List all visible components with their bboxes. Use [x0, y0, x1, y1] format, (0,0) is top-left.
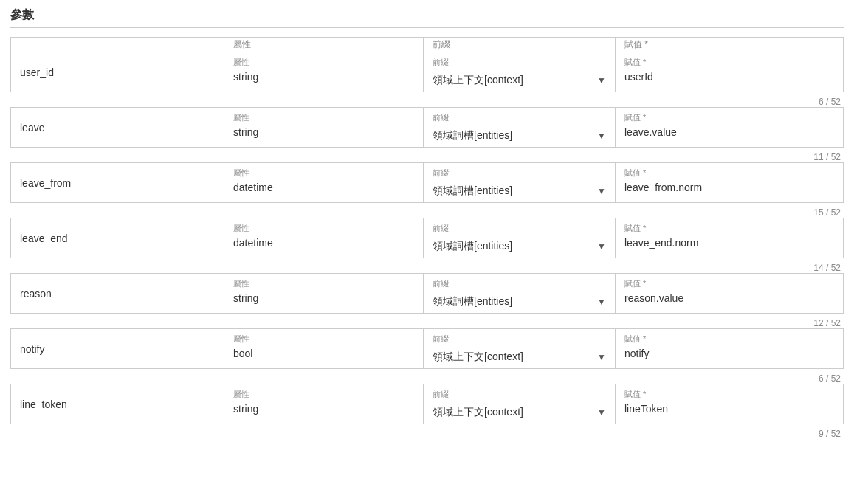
param-name-line_token: line_token	[10, 384, 224, 424]
header-prefix: 前綴	[424, 37, 616, 52]
section-title: 參數	[10, 7, 844, 28]
assign-value-line_token: lineToken	[624, 403, 834, 415]
param-name-leave_from: leave_from	[10, 162, 224, 203]
assign-label-user_id: 賦值 *	[624, 57, 834, 68]
assign-label-reason: 賦值 *	[624, 278, 834, 289]
assign-label-leave: 賦值 *	[624, 112, 834, 123]
counter-line_token: 6 / 52	[616, 373, 844, 384]
prefix-cell-user_id[interactable]: 前綴 領域上下文[context] ▼	[424, 52, 616, 92]
prefix-cell-line_token[interactable]: 前綴 領域上下文[context] ▼	[424, 384, 616, 424]
name-value: reason	[20, 288, 52, 300]
param-name-leave: leave	[10, 107, 224, 148]
assign-cell-leave_end: 賦值 * leave_end.norm	[616, 218, 844, 258]
prefix-dropdown-user_id[interactable]: 領域上下文[context] ▼	[433, 74, 606, 87]
prefix-value-notify: 領域上下文[context]	[433, 351, 523, 364]
prefix-dropdown-leave_from[interactable]: 領域詞槽[entities] ▼	[433, 184, 606, 198]
prefix-dropdown-reason[interactable]: 領域詞槽[entities] ▼	[433, 295, 606, 308]
prefix-label: 前綴	[433, 38, 450, 51]
page-container: 參數 屬性 前綴 賦值 * user_id 屬性 string 前綴 領域上下	[0, 0, 854, 504]
param-name-notify: notify	[10, 328, 224, 369]
assign-value-notify: notify	[624, 348, 834, 359]
name-value: leave_from	[20, 177, 71, 189]
assign-cell-reason: 賦值 * reason.value	[616, 273, 844, 314]
header-attr: 屬性	[224, 37, 424, 52]
header-assign: 賦值 *	[616, 37, 844, 52]
row-user_id: user_id 屬性 string 前綴 領域上下文[context] ▼ 賦值…	[10, 52, 844, 92]
prefix-dropdown-line_token[interactable]: 領域上下文[context] ▼	[433, 406, 606, 419]
assign-label-leave_from: 賦值 *	[624, 168, 834, 179]
row-leave: 6 / 52 leave 屬性 string 前綴 領域詞槽[entities]…	[10, 97, 844, 148]
attr-label-line_token: 屬性	[233, 389, 414, 400]
dropdown-arrow-reason: ▼	[597, 297, 606, 307]
assign-label-line_token: 賦值 *	[624, 389, 834, 400]
assign-value-leave_end: leave_end.norm	[624, 237, 834, 249]
counter-leave_end: 15 / 52	[616, 207, 844, 218]
assign-label: 賦值 *	[624, 38, 648, 51]
prefix-cell-leave_end[interactable]: 前綴 領域詞槽[entities] ▼	[424, 218, 616, 258]
counter-leave_from: 11 / 52	[616, 152, 844, 162]
row-notify-cells: notify 屬性 bool 前綴 領域上下文[context] ▼ 賦值 * …	[10, 328, 844, 369]
attr-label-leave: 屬性	[233, 112, 414, 123]
row-reason: 14 / 52 reason 屬性 string 前綴 領域詞槽[entitie…	[10, 263, 844, 314]
prefix-cell-reason[interactable]: 前綴 領域詞槽[entities] ▼	[424, 273, 616, 314]
assign-value-leave_from: leave_from.norm	[624, 182, 834, 193]
row-leave_end: 15 / 52 leave_end 屬性 datetime 前綴 領域詞槽[en…	[10, 207, 844, 258]
attr-label-leave_from: 屬性	[233, 168, 414, 179]
prefix-cell-notify[interactable]: 前綴 領域上下文[context] ▼	[424, 328, 616, 369]
name-value: leave	[20, 122, 44, 134]
prefix-label-leave: 前綴	[433, 112, 606, 123]
row-line_token-cells: line_token 屬性 string 前綴 領域上下文[context] ▼…	[10, 384, 844, 424]
param-name-reason: reason	[10, 273, 224, 314]
name-value: line_token	[20, 398, 67, 410]
prefix-cell-leave[interactable]: 前綴 領域詞槽[entities] ▼	[424, 107, 616, 148]
attr-label: 屬性	[233, 38, 251, 51]
attr-cell-leave_from: 屬性 datetime	[224, 162, 424, 203]
attr-label-reason: 屬性	[233, 278, 414, 289]
prefix-cell-leave_from[interactable]: 前綴 領域詞槽[entities] ▼	[424, 162, 616, 203]
row-leave_from-cells: leave_from 屬性 datetime 前綴 領域詞槽[entities]…	[10, 162, 844, 203]
counter-leave: 6 / 52	[616, 97, 844, 107]
assign-label-notify: 賦值 *	[624, 334, 834, 345]
row-leave_from: 11 / 52 leave_from 屬性 datetime 前綴 領域詞槽[e…	[10, 152, 844, 203]
attr-label-notify: 屬性	[233, 334, 414, 345]
assign-value-reason: reason.value	[624, 292, 834, 304]
attr-label-user_id: 屬性	[233, 57, 414, 68]
partial-counter: 9 / 52	[616, 429, 844, 439]
row-line_token: 6 / 52 line_token 屬性 string 前綴 領域上下文[con…	[10, 373, 844, 424]
assign-cell-notify: 賦值 * notify	[616, 328, 844, 369]
row-notify: 12 / 52 notify 屬性 bool 前綴 領域上下文[context]…	[10, 318, 844, 369]
prefix-value-leave: 領域詞槽[entities]	[433, 129, 512, 142]
prefix-dropdown-leave[interactable]: 領域詞槽[entities] ▼	[433, 129, 606, 142]
attr-value-reason: string	[233, 292, 414, 304]
prefix-value-reason: 領域詞槽[entities]	[433, 295, 512, 308]
assign-cell-leave: 賦值 * leave.value	[616, 107, 844, 148]
prefix-value-leave_end: 領域詞槽[entities]	[433, 240, 512, 253]
name-value: user_id	[20, 66, 54, 78]
assign-cell-user_id: 賦值 * userId	[616, 52, 844, 92]
param-name-leave_end: leave_end	[10, 218, 224, 258]
prefix-label-user_id: 前綴	[433, 57, 606, 68]
prefix-label-line_token: 前綴	[433, 389, 606, 400]
dropdown-arrow-line_token: ▼	[597, 407, 606, 418]
prefix-value-user_id: 領域上下文[context]	[433, 74, 523, 87]
prefix-dropdown-leave_end[interactable]: 領域詞槽[entities] ▼	[433, 240, 606, 253]
row-user_id-cells: user_id 屬性 string 前綴 領域上下文[context] ▼ 賦值…	[10, 52, 844, 92]
row-leave_end-cells: leave_end 屬性 datetime 前綴 領域詞槽[entities] …	[10, 218, 844, 258]
assign-value-leave: leave.value	[624, 126, 834, 138]
dropdown-arrow-leave_end: ▼	[597, 241, 606, 252]
dropdown-arrow-leave: ▼	[597, 131, 606, 141]
prefix-dropdown-notify[interactable]: 領域上下文[context] ▼	[433, 351, 606, 364]
dropdown-arrow-leave_from: ▼	[597, 186, 606, 196]
attr-value-line_token: string	[233, 403, 414, 415]
row-reason-cells: reason 屬性 string 前綴 領域詞槽[entities] ▼ 賦值 …	[10, 273, 844, 314]
assign-cell-leave_from: 賦值 * leave_from.norm	[616, 162, 844, 203]
attr-value-leave: string	[233, 126, 414, 138]
dropdown-arrow-user_id: ▼	[597, 75, 606, 86]
prefix-label-notify: 前綴	[433, 334, 606, 345]
prefix-value-leave_from: 領域詞槽[entities]	[433, 184, 512, 198]
name-value: notify	[20, 343, 44, 355]
header-name	[10, 37, 224, 52]
prefix-label-leave_from: 前綴	[433, 168, 606, 179]
attr-cell-reason: 屬性 string	[224, 273, 424, 314]
attr-cell-leave: 屬性 string	[224, 107, 424, 148]
